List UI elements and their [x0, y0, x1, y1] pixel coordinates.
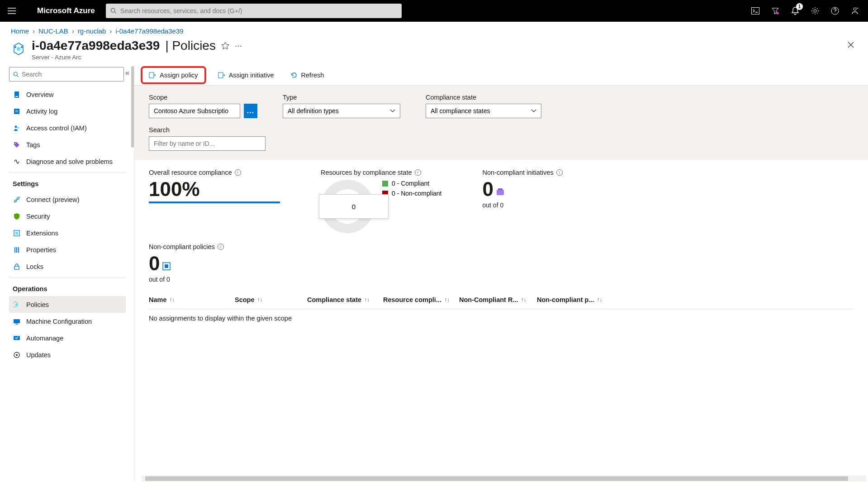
sidebar-scrollbar[interactable]: [131, 66, 134, 148]
brand-label: Microsoft Azure: [37, 6, 95, 15]
breadcrumb-rg[interactable]: rg-nuclab: [78, 27, 106, 35]
col-scope[interactable]: Scope: [235, 296, 255, 303]
content-pane: Assign policy Assign initiative Refresh …: [134, 65, 868, 482]
policies-out-of: out of 0: [149, 276, 854, 283]
cloud-shell-icon[interactable]: [750, 6, 760, 16]
col-resource-compliance[interactable]: Resource compli...: [383, 296, 441, 303]
updates-icon: [13, 351, 21, 359]
global-search-input[interactable]: [120, 7, 397, 14]
horizontal-scrollbar[interactable]: [142, 475, 866, 482]
sidebar-search[interactable]: [9, 67, 124, 82]
svg-point-9: [14, 72, 17, 76]
filter-panel: Scope Contoso Azure Subscriptio ... Type…: [134, 86, 868, 160]
machine-icon: [13, 317, 21, 326]
nav-locks[interactable]: Locks: [9, 258, 126, 275]
favorite-star-icon[interactable]: [221, 42, 229, 50]
info-icon[interactable]: i: [556, 169, 563, 176]
sidebar-search-input[interactable]: [22, 71, 120, 78]
notifications-icon[interactable]: 1: [790, 6, 800, 16]
svg-point-2: [776, 12, 779, 14]
scope-label: Scope: [149, 94, 257, 101]
svg-rect-20: [14, 247, 15, 253]
sort-icon[interactable]: ↑↓: [170, 297, 175, 303]
nav-updates[interactable]: Updates: [9, 346, 126, 363]
svg-point-15: [15, 143, 16, 144]
nav-properties[interactable]: Properties: [9, 241, 126, 258]
properties-icon: [13, 246, 21, 254]
close-blade-button[interactable]: [844, 38, 857, 51]
resource-title: i-0a4e77a998eda3e39: [32, 38, 160, 53]
info-icon[interactable]: i: [235, 169, 241, 176]
assign-initiative-icon: [218, 72, 225, 79]
global-search[interactable]: [106, 4, 402, 18]
breadcrumb-home[interactable]: Home: [11, 27, 29, 35]
assign-policy-button[interactable]: Assign policy: [144, 69, 203, 82]
svg-rect-32: [497, 190, 504, 195]
nav-diagnose[interactable]: Diagnose and solve problems: [9, 153, 126, 170]
col-noncompliant-resources[interactable]: Non-Compliant R...: [459, 296, 518, 303]
settings-icon[interactable]: [810, 6, 820, 16]
more-actions-icon[interactable]: ⋯: [235, 42, 242, 50]
svg-rect-1: [752, 8, 759, 14]
scope-picker-button[interactable]: ...: [244, 104, 257, 118]
nav-connect[interactable]: Connect (preview): [9, 191, 126, 208]
iam-icon: [13, 124, 21, 132]
automanage-icon: [13, 334, 21, 342]
hamburger-menu[interactable]: [5, 5, 18, 17]
nav-automanage[interactable]: Automanage: [9, 330, 126, 346]
compliance-stats-row: Overall resource compliancei 100% Resour…: [134, 160, 868, 239]
notification-badge: 1: [796, 3, 803, 10]
col-name[interactable]: Name: [149, 296, 167, 303]
sort-icon[interactable]: ↑↓: [521, 297, 526, 303]
help-icon[interactable]: [830, 6, 840, 16]
connect-icon: [13, 196, 21, 204]
nav-iam[interactable]: Access control (IAM): [9, 120, 126, 136]
type-label: Type: [283, 94, 400, 101]
sort-icon[interactable]: ↑↓: [257, 297, 263, 303]
nav-policies[interactable]: Policies: [9, 296, 126, 313]
noncompliant-policies-value: 0: [149, 252, 160, 275]
initiatives-out-of: out of 0: [483, 201, 563, 209]
svg-rect-11: [15, 96, 18, 97]
shield-icon: [13, 212, 21, 221]
nav-overview[interactable]: Overview: [9, 86, 126, 103]
col-noncompliant-policies[interactable]: Non-compliant p...: [537, 296, 594, 303]
svg-rect-26: [15, 324, 18, 325]
svg-point-24: [15, 303, 18, 306]
nav-extensions[interactable]: Extensions: [9, 225, 126, 241]
col-compliance-state[interactable]: Compliance state: [307, 296, 361, 303]
nav-machine-config[interactable]: Machine Configuration: [9, 313, 126, 330]
filter-search[interactable]: [149, 136, 266, 151]
assign-initiative-button[interactable]: Assign initiative: [213, 69, 279, 82]
breadcrumb: Home› NUC-LAB› rg-nuclab› i-0a4e77a998ed…: [0, 22, 868, 38]
filter-search-input[interactable]: [154, 140, 261, 147]
donut-tooltip: 0: [319, 194, 389, 219]
nav-activity-log[interactable]: Activity log: [9, 103, 126, 120]
sort-icon[interactable]: ↑↓: [444, 297, 450, 303]
nav-security[interactable]: Security: [9, 208, 126, 225]
svg-rect-21: [16, 247, 17, 253]
sort-icon[interactable]: ↑↓: [597, 297, 602, 303]
svg-rect-22: [18, 247, 19, 253]
chevron-down-icon: [390, 109, 395, 113]
svg-rect-31: [218, 72, 223, 78]
scope-input[interactable]: Contoso Azure Subscriptio: [149, 104, 240, 118]
resource-sidebar: « Overview Activity log Access control (…: [0, 65, 131, 482]
sort-icon[interactable]: ↑↓: [364, 297, 370, 303]
filter-icon[interactable]: [770, 6, 780, 16]
info-icon[interactable]: i: [218, 244, 224, 250]
diagnose-icon: [13, 158, 21, 166]
svg-rect-33: [498, 188, 503, 190]
type-select[interactable]: All definition types: [283, 104, 400, 118]
nav-tags[interactable]: Tags: [9, 136, 126, 153]
arc-server-icon: [11, 41, 26, 57]
compliance-state-select[interactable]: All compliance states: [426, 104, 541, 118]
refresh-button[interactable]: Refresh: [286, 69, 329, 82]
page-header: i-0a4e77a998eda3e39 | Policies ⋯ Server …: [0, 38, 868, 65]
info-icon[interactable]: i: [415, 169, 421, 176]
feedback-icon[interactable]: [850, 6, 860, 16]
collapse-sidebar-icon[interactable]: «: [125, 69, 129, 77]
breadcrumb-resource[interactable]: i-0a4e77a998eda3e39: [115, 27, 183, 35]
section-operations: Operations: [9, 278, 126, 296]
breadcrumb-nuclab[interactable]: NUC-LAB: [38, 27, 68, 35]
